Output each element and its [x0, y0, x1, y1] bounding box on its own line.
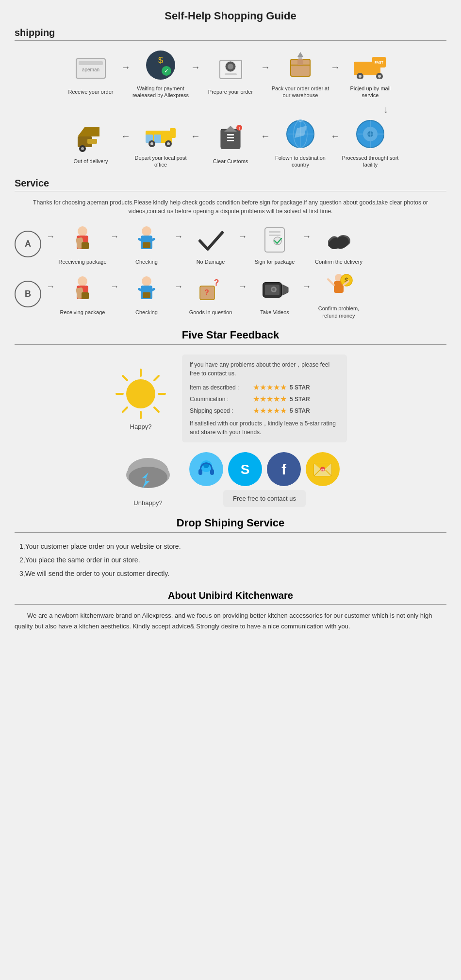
service-confirm: Confirm the delivery [312, 222, 365, 265]
drop-item-3: 3,We will send the order to your custome… [19, 567, 446, 580]
svg-rect-15 [298, 57, 302, 59]
unhappy-left: Unhappy? [121, 453, 175, 507]
svg-marker-80 [282, 285, 288, 295]
svg-point-9 [228, 64, 233, 69]
feedback-footer: If satisfied with our products，kindly le… [190, 419, 339, 437]
checking-a-icon [130, 222, 164, 256]
arrow-r2-2: ← [191, 131, 200, 154]
receive-pkg-icon [66, 222, 99, 256]
out-delivery-label: Out of delivery [74, 158, 108, 165]
goods-question-icon: ? ? [194, 273, 228, 307]
arrow-b0: → [46, 282, 55, 306]
confirm-label: Confirm the delivery [315, 258, 362, 265]
flow-sort: Processed throught sort facility [341, 117, 399, 169]
shipping-row1: apeman Receive your order → $ ✓ Wa [15, 48, 446, 99]
arrow-a2: → [174, 232, 183, 256]
svg-point-26 [81, 147, 84, 150]
payment-icon: $ ✓ [143, 48, 178, 83]
svg-text:FAST: FAST [375, 61, 384, 64]
receive-icon: apeman [73, 51, 108, 86]
confirm-icon [322, 222, 356, 256]
arrow-b1: → [110, 282, 119, 306]
unhappy-label: Unhappy? [133, 499, 162, 507]
stars-shipping: ★★★★★ [253, 406, 287, 415]
customs-label: Clear Customs [213, 158, 248, 165]
drop-shipping-title: Drop Shiping Service [15, 517, 446, 533]
prepare-icon [213, 51, 248, 86]
feedback-title: Five Star Feedback [15, 329, 446, 345]
svg-marker-14 [297, 52, 303, 57]
pack-label: Pack your order order at our warehouse [271, 85, 329, 99]
shipping-section: shipping apeman Receive your order → [15, 27, 446, 168]
svg-point-22 [378, 75, 381, 78]
shipping-header: shipping [15, 27, 446, 41]
checking-b-icon [130, 273, 164, 307]
shipping-row2: Out of delivery ← Dep [15, 117, 446, 169]
feedback-card: if you have any problems about the order… [182, 355, 347, 442]
svg-rect-61 [143, 242, 150, 248]
contact-icons-row: S f [189, 452, 340, 486]
pack-icon [283, 48, 318, 83]
depart-label: Depart your local post office [132, 154, 190, 169]
receive-pkg-b-icon [66, 273, 99, 307]
about-section: About Unibird Kitchenware We are a newbo… [15, 590, 446, 632]
service-sign: Sign for package [248, 222, 301, 265]
star-count-shipping: 5 STAR [290, 407, 310, 414]
svg-line-95 [154, 376, 159, 380]
arrow-a1: → [110, 232, 119, 256]
arrow4: → [330, 62, 340, 85]
arrow-b2: → [174, 282, 183, 306]
svg-point-3 [146, 51, 175, 80]
svg-rect-74 [143, 292, 150, 298]
svg-text:?: ? [214, 278, 219, 287]
svg-point-97 [126, 379, 155, 408]
svg-point-32 [150, 142, 153, 145]
about-text: We are a newborn kitchenware brand on Al… [15, 610, 446, 632]
happy-sun-container: Happy? [114, 367, 167, 430]
svg-point-20 [359, 75, 362, 78]
arrow2: → [191, 62, 200, 85]
service-row-b: B → Receiving package → [15, 269, 446, 319]
svg-rect-36 [221, 129, 240, 149]
arrow1: → [121, 62, 131, 85]
receive-label: Receive your order [68, 88, 114, 95]
flow-depart: Depart your local post office [132, 117, 190, 169]
checking-a-label: Checking [135, 258, 158, 265]
svg-rect-63 [269, 231, 280, 233]
contact-section: S f [189, 452, 340, 507]
arrow-a4: → [302, 232, 311, 256]
skype-icon: S [228, 452, 262, 486]
sign-icon [258, 222, 292, 256]
feedback-happy-row: Happy? if you have any problems about th… [15, 355, 446, 442]
svg-text:f: f [281, 461, 287, 477]
arrow-down: ↓ [15, 104, 446, 115]
sort-label: Processed throught sort facility [341, 154, 399, 169]
headset-icon [189, 452, 223, 486]
service-take-video: Take Videos [248, 273, 301, 316]
svg-rect-2 [79, 61, 103, 65]
prepare-label: Prepare your order [208, 88, 253, 95]
sort-icon [353, 117, 388, 152]
svg-text:!: ! [238, 126, 240, 131]
refund-label: Confirm problem, refund money [312, 305, 365, 319]
sign-label: Sign for package [255, 258, 295, 265]
service-no-damage: No Damage [184, 222, 237, 265]
drop-item-2: 2,You place the same order in our store. [19, 553, 446, 567]
drop-item-1: 1,Your customer place order on your webs… [19, 540, 446, 553]
star-row-described: Item as described : ★★★★★ 5 STAR [190, 383, 339, 392]
svg-rect-40 [227, 140, 234, 141]
svg-marker-37 [224, 126, 237, 132]
contact-label: Free free to contact us [233, 495, 296, 502]
service-goods-question: ? ? Goods in question [184, 273, 237, 316]
star-row-communication: Coumnication : ★★★★★ 5 STAR [190, 394, 339, 404]
service-refund: $ Confirm problem, refund money [312, 269, 365, 319]
out-delivery-icon [73, 120, 108, 155]
star-label-shipping: Shipping speed : [190, 407, 253, 414]
stars-communication: ★★★★★ [253, 394, 287, 404]
svg-point-70 [142, 276, 151, 286]
svg-point-101 [129, 467, 167, 488]
flow-receive: apeman Receive your order [62, 51, 120, 95]
drop-shipping-section: Drop Shiping Service 1,Your customer pla… [15, 517, 446, 580]
about-title: About Unibird Kitchenware [15, 590, 446, 605]
feedback-msg: if you have any problems about the order… [190, 360, 339, 378]
